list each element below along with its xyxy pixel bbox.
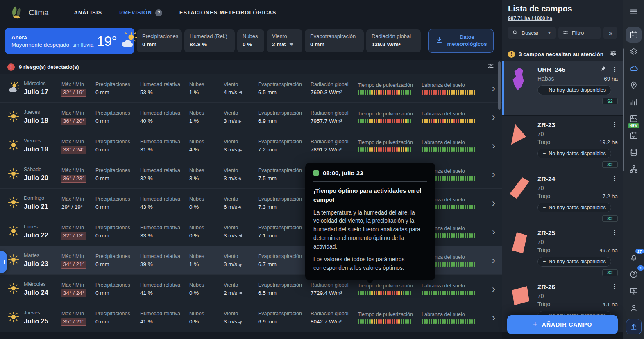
tillage-strip[interactable] (422, 119, 492, 123)
field-name: ZR-26 (537, 283, 555, 291)
kebab-menu-icon[interactable]: ⋮ (611, 176, 618, 182)
tillage-strip[interactable] (422, 147, 492, 152)
pushpin-icon[interactable] (600, 66, 606, 74)
tillage-strip[interactable] (422, 319, 492, 324)
database-icon[interactable] (626, 145, 642, 160)
evapotranspiration-cell-label: Evapotranspiración (258, 167, 311, 173)
pin-plus-icon[interactable] (626, 77, 642, 93)
radiation-cell: Radiación global8042.7 W/m² (311, 311, 358, 325)
tillage-strip[interactable] (422, 291, 492, 295)
row-chevron-icon[interactable]: › (492, 112, 502, 122)
risk-text: 9 riesgo(s) detectado(s) (19, 64, 79, 70)
spray-time-strip[interactable] (358, 90, 422, 95)
row-chevron-icon[interactable]: › (492, 198, 502, 208)
forecast-date: Julio 18 (24, 117, 61, 124)
spray-time-strip[interactable] (358, 119, 422, 123)
app-window: Clima ANÁLISISPREVISIÓN?ESTACIONES METEO… (0, 0, 644, 339)
wind-direction-icon: ▶ (238, 204, 243, 210)
spray-time-cell: Tiempo de pulverización (358, 140, 422, 152)
add-field-button[interactable]: + AÑADIR CAMPO (507, 315, 618, 334)
forecast-row[interactable]: ViernesJulio 19Máx / Mín38° / 24°Precipi… (0, 131, 502, 160)
kebab-menu-icon[interactable]: ⋮ (611, 284, 618, 290)
evapotranspiration-cell-label: Evapotranspiración (258, 282, 311, 288)
wind-direction-icon: ▶ (239, 119, 242, 124)
maxmin-cell-label: Máx / Mín (61, 196, 95, 202)
precipitation-cell-label: Precipitaciones (95, 81, 140, 87)
risk-filter-icon[interactable] (487, 62, 494, 72)
spray-time-strip[interactable] (358, 147, 422, 152)
calendar-check-icon[interactable] (626, 128, 642, 143)
main-scrollbar[interactable] (498, 61, 501, 110)
temperature-range: 34° / 24° (61, 289, 86, 297)
row-chevron-icon[interactable]: › (492, 227, 502, 237)
spray-time-strip[interactable] (358, 291, 422, 295)
row-chevron-icon[interactable]: › (492, 284, 502, 294)
field-card[interactable]: ZR-24⋮70Trigo7.2 ha−No hay datos disponi… (502, 170, 623, 224)
tillage-strip[interactable] (422, 90, 492, 95)
wind-cell-label: Viento (224, 167, 258, 173)
nav-item-estaciones-meteorol-gicas[interactable]: ESTACIONES METEOROLÓGICAS (179, 9, 276, 16)
row-chevron-icon[interactable]: › (492, 255, 502, 265)
sitemap-icon[interactable] (626, 161, 642, 177)
stat-value-text: 0 mm (310, 41, 324, 47)
precipitation-cell: Precipitaciones0 mm (95, 225, 140, 239)
right-icon-rail: NEW 271 (623, 0, 644, 339)
spray-time-strip[interactable] (358, 319, 422, 324)
kebab-menu-icon[interactable]: ⋮ (611, 230, 618, 236)
help-badge-icon[interactable]: ? (155, 9, 162, 16)
row-chevron-icon[interactable]: › (492, 141, 502, 151)
maxmin-cell-label: Máx / Mín (61, 225, 95, 231)
maxmin-cell-label: Máx / Mín (61, 139, 95, 145)
layers-icon[interactable] (626, 44, 642, 59)
nav-item-an-lisis[interactable]: ANÁLISIS (74, 9, 102, 16)
bar-chart-icon[interactable] (626, 94, 642, 110)
evapotranspiration-cell: Evapotranspiración7.3 mm (258, 196, 311, 210)
wind-speed: 6 m/s (224, 204, 237, 210)
field-card[interactable]: ZR-23⋮70Trigo19.2 ha−No hay datos dispon… (502, 116, 623, 170)
wind-cell: Viento3 m/s ▶ (224, 225, 258, 239)
imagery-icon[interactable]: NEW (626, 111, 642, 127)
fields-sidebar: Lista de campos 987.71 ha / 1000 ha Busc… (502, 0, 623, 339)
field-card[interactable]: URR_245⋮Habas69 ha−No hay datos disponib… (502, 61, 623, 115)
precipitation-cell: Precipitaciones0 mm (95, 311, 140, 325)
sidebar-title: Lista de campos (508, 4, 617, 14)
maxmin-cell: Máx / Mín36° / 23° (61, 167, 95, 181)
area-summary[interactable]: 987.71 ha / 1000 ha (508, 16, 552, 21)
humidity-cell: Humedad relativa32 % (140, 167, 189, 181)
field-area: 69 ha (604, 76, 618, 82)
field-card[interactable]: ZR-25⋮70Trigo49.7 ha−No hay datos dispon… (502, 224, 623, 278)
help-icon[interactable]: 1 (626, 267, 642, 282)
weather-stat-card: Evapotranspiración0 mm (305, 29, 364, 52)
stat-label: Evapotranspiración (310, 33, 358, 39)
attention-filter-icon[interactable] (610, 50, 617, 59)
forecast-row[interactable]: JuevesJulio 18Máx / Mín36° / 20°Precipit… (0, 103, 502, 131)
humidity-cell-label: Humedad relativa (140, 253, 189, 259)
kebab-menu-icon[interactable]: ⋮ (611, 122, 618, 128)
search-input[interactable]: Buscar ▼ (508, 27, 556, 39)
forecast-row[interactable]: JuevesJulio 25Máx / Mín35° / 21°Precipit… (0, 303, 502, 332)
kebab-menu-icon[interactable]: ⋮ (611, 66, 618, 73)
collapse-sidebar-button[interactable]: » (603, 27, 617, 39)
calendar-icon[interactable] (626, 27, 642, 43)
monitor-star-icon[interactable] (626, 283, 642, 299)
sidebar-scrollbar[interactable] (623, 48, 624, 171)
download-weather-data-button[interactable]: Datosmeteorológicos (428, 29, 494, 53)
nav-item-previsi-n[interactable]: PREVISIÓN? (119, 9, 162, 16)
field-shape (508, 121, 533, 165)
temperature-range: 36° / 20° (61, 118, 86, 125)
menu-icon[interactable] (626, 4, 642, 20)
caret-down-icon[interactable]: ▼ (548, 31, 551, 35)
humidity-cell: Humedad relativa41 % (140, 282, 189, 296)
cloud-icon[interactable] (626, 61, 642, 76)
evapotranspiration-cell: Evapotranspiración6.7 mm (258, 253, 311, 267)
risk-alert-bar: ! 9 riesgo(s) detectado(s) (0, 60, 502, 74)
row-chevron-icon[interactable]: › (492, 313, 502, 323)
temperature-range: 32° / 13° (61, 232, 86, 240)
bell-icon[interactable]: 27 (626, 250, 642, 265)
person-icon[interactable] (626, 300, 642, 316)
filter-button[interactable]: Filtro (558, 27, 601, 39)
upload-icon[interactable] (626, 319, 642, 334)
humidity-cell: Humedad relativa53 % (140, 81, 189, 95)
row-chevron-icon[interactable]: › (492, 170, 502, 179)
forecast-row[interactable]: MiércolesJulio 17Máx / Mín32° / 19°Preci… (0, 74, 502, 103)
